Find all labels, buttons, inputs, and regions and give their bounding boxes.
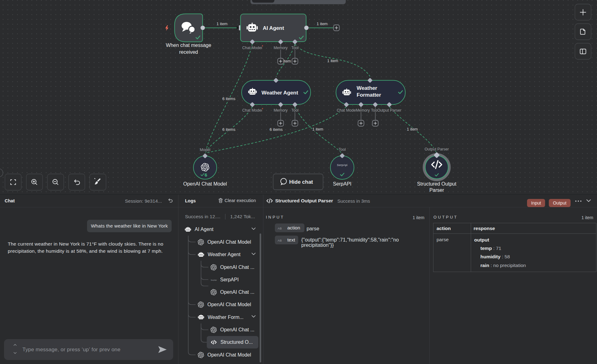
svg-text:1 item: 1 item xyxy=(317,21,327,26)
svg-text:Weather: Weather xyxy=(357,85,377,91)
svg-text:Tool: Tool xyxy=(291,108,298,113)
svg-text:Model: Model xyxy=(200,148,210,152)
svg-text:6 items: 6 items xyxy=(222,127,235,132)
svg-text:Chat ModeMemory: Chat ModeMemory xyxy=(337,108,370,113)
svg-text:1 item: 1 item xyxy=(327,58,338,63)
svg-text:Tool: Tool xyxy=(291,46,298,50)
svg-text:Weather Agent: Weather Agent xyxy=(261,90,298,96)
svg-text:Output Parser: Output Parser xyxy=(425,147,449,151)
svg-text:OpenAI Chat Model: OpenAI Chat Model xyxy=(183,181,227,187)
svg-text:SerpApi: SerpApi xyxy=(211,279,217,281)
svg-text:1 item: 1 item xyxy=(407,127,418,131)
svg-text:SerpApi: SerpApi xyxy=(337,163,348,167)
svg-text:Parser: Parser xyxy=(429,187,444,193)
svg-text:Chat Model: Chat Model xyxy=(242,46,262,50)
svg-text:Hide chat: Hide chat xyxy=(289,179,313,185)
svg-text:*: * xyxy=(262,44,263,49)
svg-text:6 items: 6 items xyxy=(222,96,235,101)
svg-text:Memory: Memory xyxy=(274,46,288,50)
svg-text:1 item: 1 item xyxy=(312,127,323,131)
svg-text:Tool: Tool xyxy=(339,147,346,152)
svg-text:1 item: 1 item xyxy=(216,21,227,26)
svg-text:SerpAPI: SerpAPI xyxy=(333,181,352,187)
svg-text:Chat Model: Chat Model xyxy=(242,108,262,113)
svg-text:When chat message: When chat message xyxy=(166,43,211,48)
svg-text:received: received xyxy=(179,49,198,55)
svg-text:Memory: Memory xyxy=(274,108,288,113)
svg-text:6 items: 6 items xyxy=(270,127,283,132)
svg-text:Structured Output: Structured Output xyxy=(417,181,456,187)
svg-text:AI Agent: AI Agent xyxy=(263,25,284,31)
svg-text:Formatter: Formatter xyxy=(357,92,381,98)
svg-text:TooOutput Parser: TooOutput Parser xyxy=(371,108,401,113)
svg-text:*: * xyxy=(262,107,263,112)
svg-text:6: 6 xyxy=(205,172,207,177)
